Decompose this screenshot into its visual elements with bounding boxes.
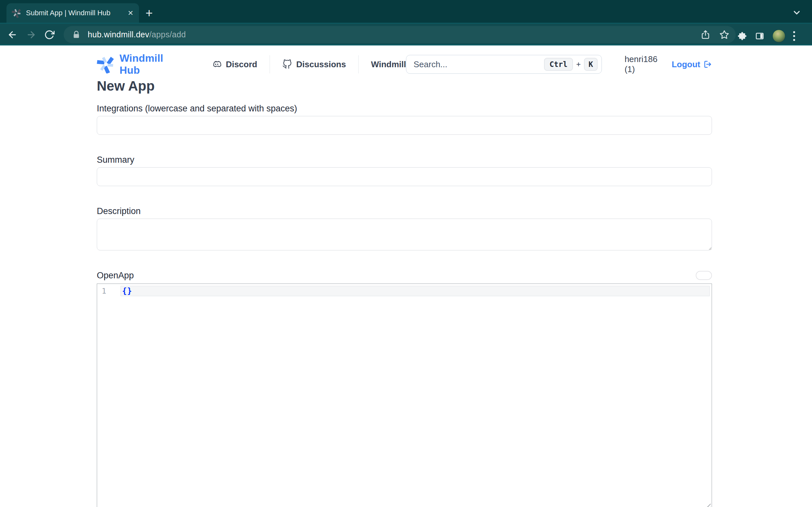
openapp-code-editor[interactable]: 1 {} [97,284,712,507]
page: Windmill Hub Discord Discussions [0,54,812,507]
search-input[interactable]: Search... Ctrl + K [406,55,602,74]
kbd-plus: + [576,60,581,69]
browser-tab[interactable]: Submit App | Windmill Hub × [6,3,139,23]
nav-item-windmill[interactable]: Windmill [371,59,406,69]
bookmark-star-icon[interactable] [719,30,729,40]
extensions-puzzle-icon[interactable] [737,31,747,41]
url-path: /apps/add [150,30,186,39]
omnibox-actions [701,30,729,40]
browser-menu-icon[interactable] [793,31,795,41]
code-content: {} [122,286,132,295]
discord-icon [212,59,222,69]
content-container: Windmill Hub Discord Discussions [97,54,712,507]
browser-chrome: Submit App | Windmill Hub × + hub.windmi… [0,0,812,46]
site-header: Windmill Hub Discord Discussions [97,54,712,75]
tab-search-chevron-icon[interactable] [792,8,802,17]
logout-icon [703,60,712,69]
description-textarea[interactable] [97,219,712,250]
summary-input[interactable] [97,167,712,186]
url-host: hub.windmill.dev [88,30,150,39]
lock-icon[interactable] [72,31,80,39]
code-line-row: 1 {} [97,286,712,296]
account-area: henri186 (1) Logout [625,54,712,74]
url-text[interactable]: hub.windmill.dev/apps/add [88,30,186,39]
new-tab-button[interactable]: + [146,7,153,19]
windmill-logo-icon [97,55,115,73]
address-bar[interactable]: hub.windmill.dev/apps/add [64,26,736,43]
description-label: Description [97,206,712,217]
share-icon[interactable] [701,30,710,40]
nav-divider [358,55,359,73]
toolbar-right-icons [737,30,812,43]
tab-favicon-windmill-icon [12,8,21,18]
nav-item-label: Discord [226,59,257,69]
current-line-highlight[interactable]: {} [120,286,710,296]
username: henri186 (1) [625,54,664,74]
openapp-row: OpenApp [97,270,712,281]
summary-label: Summary [97,154,712,165]
page-title: New App [97,78,712,94]
editor-resize-handle[interactable] [704,503,711,507]
nav-item-label: Discussions [296,59,346,69]
tab-title: Submit App | Windmill Hub [26,9,125,17]
top-nav: Discord Discussions Windmill [212,55,406,73]
openapp-toggle[interactable] [696,271,712,280]
tab-close-icon[interactable]: × [128,8,133,17]
nav-item-discord[interactable]: Discord [212,59,257,69]
openapp-label: OpenApp [97,270,134,281]
brand[interactable]: Windmill Hub [97,52,181,76]
kbd-k: K [584,58,598,71]
profile-avatar[interactable] [772,30,786,43]
logout-label: Logout [672,59,700,69]
side-panel-icon[interactable] [755,31,765,41]
integrations-label: Integrations (lowercase and separated wi… [97,103,712,114]
back-icon[interactable] [7,30,17,40]
tab-strip: Submit App | Windmill Hub × + [0,0,812,23]
kbd-ctrl: Ctrl [544,58,573,71]
nav-divider [270,55,270,73]
integrations-input[interactable] [97,116,712,135]
reload-icon[interactable] [44,30,55,40]
forward-icon[interactable] [26,30,37,40]
search-placeholder: Search... [413,59,544,69]
nav-item-discussions[interactable]: Discussions [282,59,346,69]
browser-toolbar: hub.windmill.dev/apps/add [0,23,812,46]
brand-name: Windmill Hub [120,52,181,76]
github-icon [282,59,292,69]
logout-link[interactable]: Logout [672,59,712,69]
nav-item-label: Windmill [371,59,406,69]
line-number: 1 [97,287,106,295]
